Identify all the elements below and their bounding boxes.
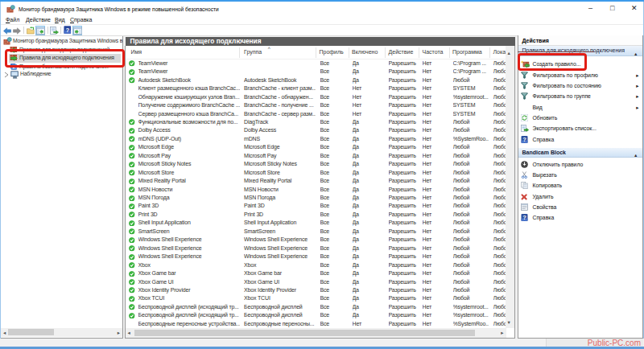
svg-text:?: ? [65,27,69,34]
svg-text:?: ? [522,214,526,221]
svg-text:?: ? [522,136,526,143]
